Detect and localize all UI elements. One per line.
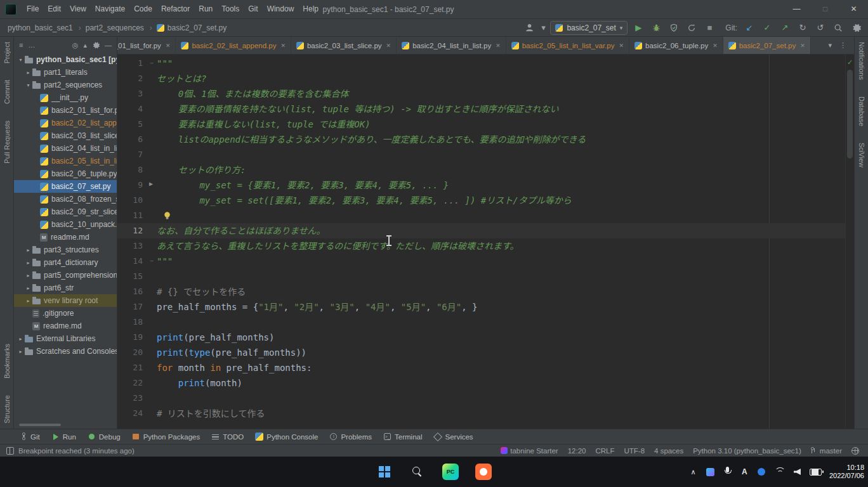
menu-item[interactable]: Help xyxy=(298,0,323,18)
code-line[interactable]: 8 セットの作り方: xyxy=(117,162,845,178)
status-item[interactable]: 12:20 xyxy=(568,447,586,455)
tree-chevron-icon[interactable]: ▸ xyxy=(25,273,32,278)
code-line[interactable]: 9 my_set = {要素1, 要素2, 要素3, 要素4, 要素5, ...… xyxy=(117,178,845,193)
status-item[interactable]: CRLF xyxy=(595,447,614,455)
tree-item[interactable]: .gitignore xyxy=(14,307,117,320)
tab-close-icon[interactable]: ✕ xyxy=(496,42,501,49)
line-number[interactable]: 2 xyxy=(117,71,147,86)
locate-file-icon[interactable]: ◎ xyxy=(72,41,79,49)
code-line[interactable]: 22 print(month) xyxy=(117,375,845,391)
line-number[interactable]: 11 xyxy=(117,208,147,223)
code-line[interactable]: 6 listのappendに相当するようなメソッドがあり、一度定義したあとでも、… xyxy=(117,132,845,147)
scrollbar-thumb[interactable] xyxy=(847,70,853,159)
status-widget-icon[interactable] xyxy=(6,447,14,455)
line-number[interactable]: 24 xyxy=(117,406,147,421)
tool-window-button[interactable]: Notifications xyxy=(858,42,865,80)
tree-chevron-icon[interactable]: ▸ xyxy=(25,247,32,253)
tree-item[interactable]: ▸ part4_dictionary xyxy=(14,256,117,269)
status-item[interactable]: Python 3.10 (python_basic_sec1) xyxy=(693,447,801,455)
code-line[interactable]: 24# リストを引数にして作る xyxy=(117,406,845,421)
code-line[interactable]: 19print(pre_half_months) xyxy=(117,330,845,345)
project-horizontal-scrollbar[interactable] xyxy=(19,424,61,426)
tree-chevron-icon[interactable]: ▾ xyxy=(17,57,24,63)
editor-scrollbar[interactable]: ✓ xyxy=(845,55,854,429)
settings-gear-icon[interactable] xyxy=(849,21,863,35)
tool-window-button[interactable]: SciView xyxy=(858,143,865,167)
menu-item[interactable]: Run xyxy=(194,0,217,18)
tool-window-button[interactable]: Bookmarks xyxy=(3,344,11,379)
code-line[interactable]: 17pre_half_months = {"1月", "2月", "3月", "… xyxy=(117,299,845,315)
code-line[interactable]: 7 xyxy=(117,147,845,162)
editor-tab[interactable]: basic2_06_tuple.py ✕ xyxy=(629,37,723,54)
code-line[interactable]: 2セットとは? xyxy=(117,71,845,86)
user-chevron-icon[interactable]: ▾ xyxy=(540,21,546,35)
breadcrumb-item[interactable]: basic2_07_set.py xyxy=(145,23,228,32)
code-line[interactable]: 1−""" xyxy=(117,56,845,71)
tool-window-button[interactable]: Database xyxy=(858,96,865,126)
tree-chevron-icon[interactable]: ▸ xyxy=(25,285,32,291)
tab-close-icon[interactable]: ✕ xyxy=(619,42,624,49)
line-number[interactable]: 23 xyxy=(117,391,147,406)
code-line[interactable]: 14−""" xyxy=(117,254,845,269)
tree-item[interactable]: basic2_02_list_append xyxy=(14,117,117,129)
line-number[interactable]: 19 xyxy=(117,330,147,345)
editor-tab[interactable]: ic2_01_list_for.py ✕ xyxy=(117,37,176,54)
line-number[interactable]: 20 xyxy=(117,345,147,360)
line-number[interactable]: 3 xyxy=(117,86,147,101)
menu-item[interactable]: File xyxy=(22,0,43,18)
tool-window-button[interactable]: Run xyxy=(51,432,76,441)
tool-window-button[interactable]: Project xyxy=(3,42,11,63)
git-push-icon[interactable]: ↗ xyxy=(778,21,792,35)
tree-item[interactable]: basic2_06_tuple.py xyxy=(14,167,117,180)
line-number[interactable]: 5 xyxy=(117,117,147,132)
code-line[interactable]: 20print(type(pre_half_months)) xyxy=(117,345,845,360)
menu-item[interactable]: Refactor xyxy=(157,0,194,18)
status-item[interactable]: tabnine Starter xyxy=(501,447,558,455)
project-view-menu-icon[interactable]: ≡ xyxy=(19,41,23,49)
menu-item[interactable]: Edit xyxy=(43,0,65,18)
code-editor[interactable]: 1−"""2セットとは?3 0個、1個、または複数の要素を含む集合体4 要素の順… xyxy=(117,55,845,429)
tree-chevron-icon[interactable]: ▸ xyxy=(25,260,32,266)
tree-item[interactable]: ▸ part5_comprehension xyxy=(14,269,117,282)
line-number[interactable]: 4 xyxy=(117,101,147,117)
git-commit-icon[interactable]: ✓ xyxy=(760,21,774,35)
debug-button[interactable] xyxy=(649,21,663,35)
coverage-button[interactable] xyxy=(667,21,681,35)
tree-item[interactable]: readme.md xyxy=(14,231,117,244)
tree-item[interactable]: ▸ part3_structures xyxy=(14,244,117,256)
tool-window-button[interactable]: Problems xyxy=(329,432,372,441)
volume-icon[interactable] xyxy=(792,465,802,479)
menu-item[interactable]: Code xyxy=(129,0,157,18)
line-number[interactable]: 17 xyxy=(117,299,147,315)
tab-close-icon[interactable]: ✕ xyxy=(713,42,718,49)
tree-chevron-icon[interactable]: ▾ xyxy=(25,82,32,88)
close-button[interactable]: ✕ xyxy=(839,0,868,18)
line-number[interactable]: 14 xyxy=(117,254,147,269)
tool-window-button[interactable]: Debug xyxy=(88,432,121,441)
tool-window-button[interactable]: Python Console xyxy=(255,432,318,441)
run-configuration-select[interactable]: basic2_07_set ▾ xyxy=(550,21,628,35)
tree-item[interactable]: ▸ External Libraries xyxy=(14,332,117,345)
collapse-all-icon[interactable]: ▴ xyxy=(83,41,87,49)
menu-item[interactable]: View xyxy=(65,0,91,18)
code-line[interactable]: 12なお、自分で作ることはほぼありません。 xyxy=(117,223,845,238)
tree-chevron-icon[interactable]: ▸ xyxy=(17,349,24,354)
tool-window-button[interactable]: Services xyxy=(433,432,473,441)
tool-window-button[interactable]: TODO xyxy=(211,432,244,441)
line-number[interactable]: 16 xyxy=(117,284,147,299)
panel-settings-gear-icon[interactable] xyxy=(92,41,100,49)
tree-item[interactable]: readme.md xyxy=(14,320,117,332)
line-number[interactable]: 13 xyxy=(117,238,147,254)
tree-item[interactable]: basic2_04_list_in_list.p xyxy=(14,142,117,155)
taskbar-pycharm-button[interactable] xyxy=(440,459,461,484)
tree-item[interactable]: basic2_03_list_slice.py xyxy=(14,129,117,142)
menu-item[interactable]: Navigate xyxy=(91,0,129,18)
tree-item[interactable]: __init__.py xyxy=(14,91,117,104)
editor-tab[interactable]: basic2_03_list_slice.py ✕ xyxy=(291,37,397,54)
tab-close-icon[interactable]: ✕ xyxy=(166,42,171,49)
tab-options-kebab-icon[interactable]: ⋮ xyxy=(839,41,846,49)
tray-dot-icon[interactable] xyxy=(757,465,766,479)
status-item[interactable]: 4 spaces xyxy=(654,447,683,455)
hide-panel-icon[interactable]: — xyxy=(105,41,112,49)
line-number[interactable]: 21 xyxy=(117,360,147,375)
